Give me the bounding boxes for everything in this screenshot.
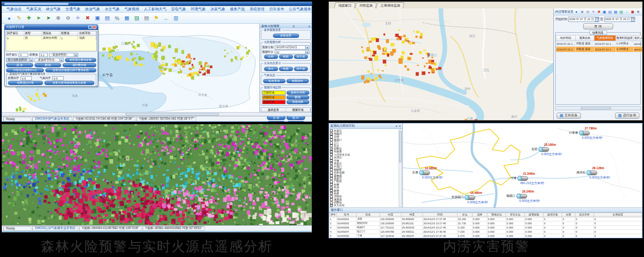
sidebar-toolbar-icon[interactable]: ← bbox=[624, 9, 630, 14]
toolbar-icon[interactable]: ▤ bbox=[143, 14, 150, 21]
station-data-table-wrap[interactable]: 序号站号站名经度纬度时间水位流量警戒水位保证水位超警戒值超保证值水势泥沙含量水体… bbox=[329, 213, 642, 238]
data-column-header[interactable]: 纬度 bbox=[401, 213, 423, 217]
checkbox-icon[interactable] bbox=[330, 133, 333, 136]
rs-weight-input[interactable]: 0.5 bbox=[21, 76, 32, 80]
sidebar-toolbar-icon[interactable]: ● bbox=[574, 9, 579, 14]
result-column-header[interactable]: 气象预警时间 bbox=[594, 36, 616, 41]
checkbox-icon[interactable] bbox=[330, 136, 333, 138]
mix-calc-button[interactable]: 结果混合计算 bbox=[8, 81, 43, 85]
menu-item[interactable]: 人工影响天气 bbox=[142, 7, 168, 12]
checkbox-icon[interactable] bbox=[330, 142, 333, 144]
remote-sensing-image[interactable] bbox=[2, 124, 312, 225]
display-button[interactable]: 显示 bbox=[264, 67, 278, 71]
dialog-titlebar[interactable]: 火险因子计算 ▁✕ bbox=[5, 25, 98, 30]
toolbar-icon[interactable]: ▤ bbox=[104, 14, 111, 21]
data-column-header[interactable]: 泥沙含量 bbox=[575, 213, 594, 217]
display-button[interactable]: 绘图 bbox=[279, 67, 293, 71]
analysis-button[interactable]: 分析 bbox=[264, 55, 278, 59]
station-data-row[interactable]: 361040009磁器口117.70122229.9033332014/12/4… bbox=[329, 226, 642, 230]
sidebar-toolbar-icon[interactable]: ✕ bbox=[636, 9, 641, 14]
analysis-button[interactable]: 制图 bbox=[279, 55, 293, 59]
close-icon[interactable]: ✕ bbox=[399, 124, 401, 128]
station-marker[interactable]: 计家寨 27.780m 0.000立方米/秒 bbox=[579, 130, 590, 136]
toolbar-icon[interactable]: ✚ bbox=[25, 14, 32, 21]
weight-input[interactable]: 0.1 bbox=[39, 53, 48, 57]
menu-item[interactable]: 水文气象 bbox=[103, 7, 122, 12]
toolbar-icon[interactable]: ⊕ bbox=[55, 14, 62, 21]
window-titlebar[interactable] bbox=[2, 2, 312, 6]
layer-select[interactable]: --请选择图层--▼ bbox=[49, 53, 78, 57]
output-window-titlebar[interactable]: 输出窗口 bbox=[329, 207, 642, 213]
station-marker[interactable]: 磁器口 16.240m 0.000立方米/秒 bbox=[516, 193, 528, 199]
layer-list-scrollbar[interactable] bbox=[399, 129, 402, 207]
toolbar-icon[interactable]: ● bbox=[6, 14, 13, 21]
menu-item[interactable]: 气象实况 bbox=[24, 7, 43, 12]
close-icon[interactable]: ✕ bbox=[308, 25, 310, 28]
table-row[interactable]: 0面森林分布图1地类 bbox=[6, 36, 96, 40]
data-column-header[interactable]: 水势 bbox=[562, 213, 575, 217]
data-column-header[interactable]: 警戒水位 bbox=[487, 213, 506, 217]
data-column-header[interactable]: 经度 bbox=[380, 213, 401, 217]
chevron-down-icon[interactable]: ▾ bbox=[396, 124, 397, 128]
layer-item[interactable]: 水文总站 bbox=[330, 204, 398, 207]
dock-action-button[interactable]: 统 计 bbox=[286, 115, 305, 120]
station-marker[interactable]: 寸滩 21.549m 450.212立方米/秒 bbox=[517, 176, 529, 181]
wx-weight-input[interactable]: 0.5 bbox=[52, 76, 64, 80]
params-button[interactable]: 参数设置 bbox=[273, 34, 299, 38]
data-column-header[interactable]: 时间 bbox=[423, 213, 458, 217]
menu-item[interactable]: 旅游气象 bbox=[83, 7, 102, 12]
warning-date-select[interactable]: 2013年10月02日▼ bbox=[275, 45, 309, 50]
menu-item[interactable]: 日常发布 bbox=[267, 7, 286, 12]
menu-item[interactable]: 服务产品 bbox=[228, 7, 247, 12]
checkbox-icon[interactable] bbox=[330, 138, 333, 141]
pin-icon[interactable]: ⊼ bbox=[293, 25, 294, 28]
region-action-button[interactable]: 删 除 bbox=[286, 95, 310, 100]
dock-action-button[interactable]: 发 布 bbox=[267, 121, 286, 122]
set-calc-params-button[interactable]: 设置综合场混合因子叠加参数 bbox=[45, 68, 96, 72]
data-column-header[interactable]: 序号 bbox=[329, 213, 337, 217]
sidebar-toolbar-icon[interactable]: ✖ bbox=[596, 9, 601, 14]
checkbox-icon[interactable] bbox=[330, 165, 333, 168]
factor-index-input[interactable]: 0 bbox=[19, 53, 28, 57]
sidebar-toolbar-icon[interactable]: ✛ bbox=[591, 9, 596, 14]
calc-result-button[interactable]: 计算综合结果(0+1) bbox=[6, 68, 44, 72]
menu-item[interactable]: 雷电气象 bbox=[169, 7, 188, 12]
weather-button[interactable]: 制图标绘 bbox=[286, 79, 309, 83]
delete-button[interactable]: 删 除 bbox=[35, 63, 62, 67]
data-column-header[interactable]: 水体温度 bbox=[594, 213, 642, 217]
factor-table[interactable]: 因子索引类型图层名权重值分析字段 0面森林分布图1地类 bbox=[6, 31, 97, 51]
station-data-row[interactable]: 161040001北碚116.00000029.8000002014/12/3 … bbox=[329, 217, 642, 221]
map-tab[interactable]: 地图窗口 bbox=[334, 2, 356, 8]
sidebar-toolbar-icon[interactable]: ⊖ bbox=[585, 9, 590, 14]
map-tab[interactable]: 土壤墒情监测 bbox=[376, 2, 405, 8]
sidebar-toolbar-icon[interactable]: ▦ bbox=[613, 9, 618, 14]
region-action-button[interactable]: 查看结果 bbox=[286, 100, 310, 104]
station-marker[interactable]: 鱼洞石门 19.460m 0.006立方米/秒 bbox=[465, 195, 476, 200]
close-button[interactable]: ✕ bbox=[93, 26, 96, 29]
set-mix-params-button[interactable]: 设置混合叠加参数 bbox=[65, 58, 96, 62]
data-column-header[interactable]: 保证水位 bbox=[506, 213, 525, 217]
result-column-header[interactable]: 预警时间选择 bbox=[616, 36, 634, 41]
menu-item[interactable]: 交通气象 bbox=[64, 7, 82, 12]
sidebar-scrollbar[interactable] bbox=[555, 106, 641, 110]
sidebar-toolbar-icon[interactable]: ⊕ bbox=[580, 9, 585, 14]
menu-item[interactable]: 气象预报 bbox=[122, 7, 141, 12]
data-column-header[interactable]: 水位 bbox=[458, 213, 472, 217]
menu-item[interactable]: 决策气象 bbox=[208, 7, 227, 12]
checkbox-icon[interactable] bbox=[330, 195, 333, 198]
toolbar-icon[interactable]: % bbox=[114, 14, 121, 21]
dock-action-button[interactable]: 输 出 bbox=[286, 121, 305, 122]
result-column-header[interactable]: 制作时间 bbox=[556, 36, 576, 41]
data-column-header[interactable]: 超警戒值 bbox=[525, 213, 544, 217]
checkbox-icon[interactable] bbox=[330, 171, 333, 174]
spinner-icon[interactable]: ▲▼ bbox=[631, 17, 634, 21]
sidebar-toolbar-icon[interactable]: ▣ bbox=[602, 9, 607, 14]
toolbar-icon[interactable]: ▥ bbox=[172, 14, 179, 21]
toolbar-icon[interactable]: ▨ bbox=[133, 14, 140, 21]
checkbox-icon[interactable] bbox=[330, 168, 333, 171]
data-column-header[interactable]: 超保证值 bbox=[544, 213, 562, 217]
fire-factor-dialog[interactable]: 火险因子计算 ▁✕ 因子索引类型图层名权重值分析字段 0面森林分布图1地类 因子… bbox=[4, 24, 98, 86]
checkbox-icon[interactable] bbox=[330, 174, 333, 177]
add-button[interactable]: 添 加 bbox=[6, 63, 33, 67]
checkbox-icon[interactable] bbox=[330, 177, 333, 180]
